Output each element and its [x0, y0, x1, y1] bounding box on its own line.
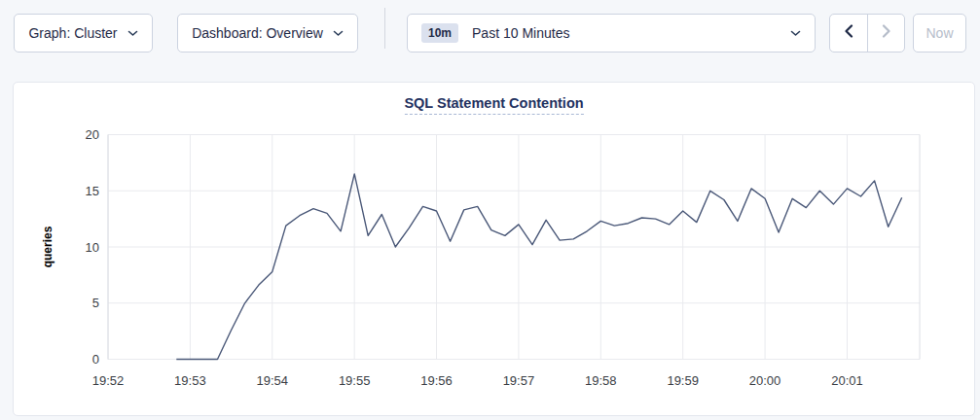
x-tick-label: 19:56 — [420, 373, 453, 388]
x-tick-label: 19:52 — [92, 373, 125, 388]
x-tick-label: 19:55 — [339, 373, 371, 388]
x-tick-label: 20:01 — [831, 373, 863, 388]
chart-card: SQL Statement Contention 0510152019:5219… — [13, 82, 975, 416]
x-tick-label: 20:00 — [749, 373, 781, 388]
time-range-badge: 10m — [421, 23, 458, 43]
chevron-down-icon — [333, 30, 344, 37]
x-tick-label: 19:57 — [503, 373, 535, 388]
chevron-down-icon — [127, 30, 138, 37]
x-tick-label: 19:58 — [585, 373, 617, 388]
time-range-label: Past 10 Minutes — [472, 25, 569, 41]
prev-time-button[interactable] — [830, 15, 867, 52]
x-tick-label: 19:53 — [174, 373, 206, 388]
y-tick-label: 5 — [92, 296, 99, 310]
series-line — [176, 174, 901, 360]
dashboard-dropdown[interactable]: Dashboard: Overview — [177, 14, 358, 52]
x-tick-label: 19:59 — [667, 373, 699, 388]
y-axis-label: queries — [41, 226, 54, 267]
x-tick-label: 19:54 — [256, 373, 288, 388]
graph-dropdown[interactable]: Graph: Cluster — [14, 14, 153, 52]
chevron-left-icon — [844, 24, 853, 42]
now-button-label: Now — [926, 25, 953, 41]
time-nav-group — [829, 14, 905, 52]
time-range-picker[interactable]: 10m Past 10 Minutes — [407, 14, 816, 52]
toolbar-divider — [384, 8, 385, 49]
line-chart[interactable]: 0510152019:5219:5319:5419:5519:5619:5719… — [14, 83, 976, 417]
chevron-right-icon — [882, 24, 891, 42]
y-tick-label: 10 — [86, 240, 99, 255]
chevron-down-icon — [790, 30, 801, 37]
now-button[interactable]: Now — [913, 14, 966, 52]
graph-dropdown-label: Graph: Cluster — [28, 25, 117, 41]
dashboard-dropdown-label: Dashboard: Overview — [192, 25, 323, 41]
y-tick-label: 0 — [92, 352, 99, 367]
y-tick-label: 15 — [86, 184, 99, 198]
toolbar: Graph: Cluster Dashboard: Overview 10m P… — [0, 0, 980, 68]
next-time-button[interactable] — [867, 15, 904, 52]
y-tick-label: 20 — [86, 127, 99, 142]
